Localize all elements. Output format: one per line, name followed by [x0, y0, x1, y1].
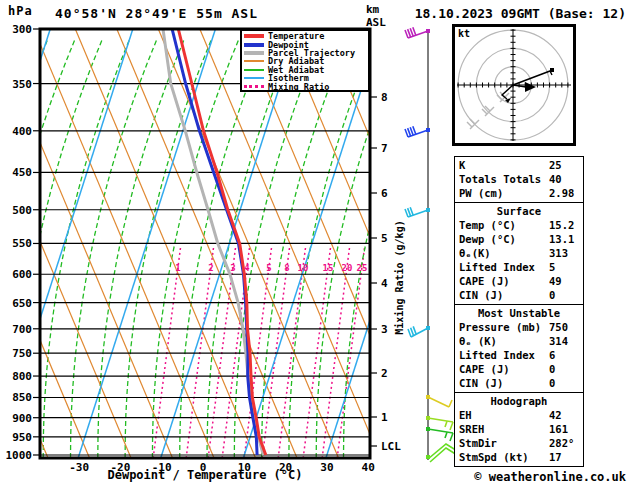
panel-row-value: 15.2 [549, 218, 574, 232]
panel-row: StmDir282° [455, 436, 583, 450]
panel-row: K25 [455, 158, 583, 172]
legend-label: Mixing Ratio [268, 83, 329, 91]
wind-barb-850hPa [426, 395, 452, 407]
panel-row: Temp (°C)15.2 [455, 218, 583, 232]
pressure-tick-label: 400 [2, 125, 32, 138]
km-tick-label: 4 [381, 277, 388, 290]
km-tick-label: 7 [381, 142, 388, 155]
panel-row-label: CAPE (J) [455, 274, 510, 288]
hodograph [452, 24, 576, 146]
panel-row-value: 17 [549, 450, 562, 464]
pressure-tick-label: 950 [2, 431, 32, 444]
pressure-tick-label: 350 [2, 78, 32, 91]
wind-barb-300hPa [405, 27, 430, 38]
panel-section: K25Totals Totals40PW (cm)2.98 [454, 156, 584, 203]
panel-row: CAPE (J)0 [455, 362, 583, 376]
panel-row: θₑ(K)313 [455, 246, 583, 260]
panel-section-header: Hodograph [455, 394, 583, 408]
panel-row-value: 313 [549, 246, 568, 260]
skewt-sounding-page: hPa 40°58'N 28°49'E 55m ASL km ASL 18.10… [0, 0, 629, 486]
panel-row-value: 5 [549, 260, 555, 274]
pressure-tick-label: 500 [2, 204, 32, 217]
panel-row-value: 0 [549, 362, 555, 376]
wind-barb-column [405, 27, 459, 462]
panel-row: CIN (J)0 [455, 288, 583, 302]
pressure-tick-label: 550 [2, 237, 32, 250]
km-tick-label: 3 [381, 323, 388, 336]
panel-row: SREH161 [455, 422, 583, 436]
panel-section: SurfaceTemp (°C)15.2Dewp (°C)13.1θₑ(K)31… [454, 202, 584, 305]
legend-swatch [244, 77, 264, 79]
panel-section: Most UnstablePressure (mb)750θₑ (K)314Li… [454, 304, 584, 393]
wind-barb-500hPa [405, 207, 430, 217]
panel-row-label: PW (cm) [455, 186, 503, 200]
mixing-ratio-label: 15 [323, 263, 334, 273]
panel-row-label: θₑ (K) [455, 334, 497, 348]
panel-row-label: Temp (°C) [455, 218, 516, 232]
mixing-ratio-label: 10 [298, 263, 309, 273]
mixing-ratio-label: 25 [357, 263, 368, 273]
panel-row: Lifted Index6 [455, 348, 583, 362]
km-tick-label: 2 [381, 367, 388, 380]
panel-row-value: 282° [549, 436, 574, 450]
km-tick-label: 8 [381, 91, 388, 104]
lcl-label: LCL [381, 440, 401, 453]
pressure-tick-label: 300 [2, 23, 32, 36]
mixing-ratio-label: 2 [208, 263, 213, 273]
sounding-curves [163, 29, 266, 455]
panel-row-label: SREH [455, 422, 484, 436]
panel-row: Pressure (mb)750 [455, 320, 583, 334]
panel-row: EH42 [455, 408, 583, 422]
panel-row-value: 750 [549, 320, 568, 334]
panel-row: Lifted Index5 [455, 260, 583, 274]
panel-section-header: Most Unstable [455, 306, 583, 320]
panel-row-label: K [455, 158, 465, 172]
pressure-tick-label: 800 [2, 370, 32, 383]
panel-row: Totals Totals40 [455, 172, 583, 186]
panel-row: CAPE (J)49 [455, 274, 583, 288]
legend-swatch [244, 85, 264, 88]
pressure-tick-label: 700 [2, 323, 32, 336]
panel-row-value: 40 [549, 172, 562, 186]
legend-swatch [244, 69, 264, 71]
legend-swatch [244, 34, 264, 38]
hodograph-unit-label: kt [458, 28, 470, 39]
panel-row-value: 0 [549, 288, 555, 302]
copyright: © weatheronline.co.uk [440, 470, 626, 484]
wind-barb-925hPa [426, 427, 453, 441]
panel-row: PW (cm)2.98 [455, 186, 583, 200]
panel-row-value: 6 [549, 348, 555, 362]
mixing-ratio-labels: 12345810152025 [175, 263, 367, 273]
legend-swatch [244, 43, 264, 47]
panel-row-value: 2.98 [549, 186, 574, 200]
mixing-ratio-axis-title: Mixing Ratio (g/kg) [394, 198, 405, 358]
temp-axis-title: Dewpoint / Temperature (°C) [40, 468, 370, 482]
panel-row-label: StmDir [455, 436, 497, 450]
mixing-ratio-label: 5 [266, 263, 271, 273]
panel-row: Dewp (°C)13.1 [455, 232, 583, 246]
pressure-gridlines [33, 29, 370, 455]
pressure-tick-label: 850 [2, 391, 32, 404]
pressure-tick-label: 650 [2, 297, 32, 310]
panel-row-value: 0 [549, 376, 555, 390]
indices-panel: K25Totals Totals40PW (cm)2.98SurfaceTemp… [454, 157, 584, 467]
panel-row-value: 49 [549, 274, 562, 288]
wind-barb-700hPa [408, 326, 430, 337]
panel-row-label: EH [455, 408, 472, 422]
panel-row-value: 25 [549, 158, 562, 172]
panel-row-label: StmSpd (kt) [455, 450, 529, 464]
wind-barb-900hPa [426, 416, 453, 430]
panel-row-value: 13.1 [549, 232, 574, 246]
mixing-ratio-label: 3 [230, 263, 235, 273]
km-tick-label: 6 [381, 187, 388, 200]
legend-label: Temperature [268, 32, 324, 40]
panel-section-header: Surface [455, 204, 583, 218]
panel-row-label: Lifted Index [455, 348, 535, 362]
legend-label: Isotherm [268, 74, 309, 82]
mixing-ratio-label: 4 [244, 263, 250, 273]
panel-row-label: θₑ(K) [455, 246, 491, 260]
km-tick-label: 5 [381, 232, 388, 245]
pressure-tick-label: 900 [2, 412, 32, 425]
panel-row-value: 161 [549, 422, 568, 436]
panel-row-label: CIN (J) [455, 288, 503, 302]
